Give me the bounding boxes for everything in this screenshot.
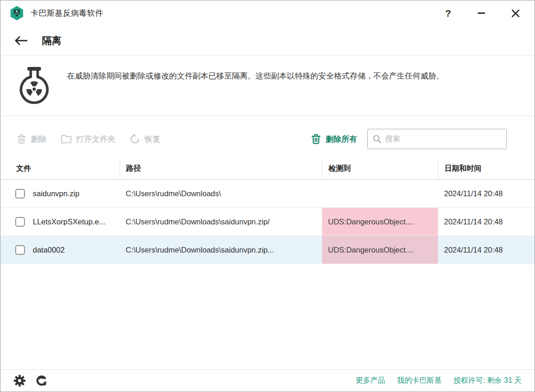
quarantine-description: 在威胁清除期间被删除或修改的文件副本已移至隔离。这些副本以特殊的安全格式存储，不… [67, 66, 444, 83]
kaspersky-logo-icon [10, 6, 24, 21]
close-button[interactable] [506, 4, 525, 23]
gear-icon [13, 374, 26, 387]
close-icon [511, 9, 520, 18]
table-row[interactable]: LLetsXorpSXetup.e... C:\Users\rudme\Down… [0, 208, 535, 236]
table-row[interactable]: data0002 C:\Users\rudme\Downloads\saidun… [0, 236, 535, 264]
toolbar-left-group: 删除 打开文件夹 恢复 [16, 133, 160, 145]
help-button[interactable]: ? [438, 4, 458, 23]
folder-icon [61, 134, 72, 144]
row-checkbox[interactable] [15, 217, 25, 227]
file-name: saidunvpn.zip [33, 189, 79, 198]
back-arrow-icon [13, 35, 28, 47]
restore-button-label: 恢复 [145, 134, 160, 145]
support-button[interactable] [34, 373, 49, 389]
file-name: data0002 [33, 246, 65, 254]
app-window: 卡巴斯基反病毒软件 ? 隔离 [0, 0, 535, 392]
page-title: 隔离 [42, 34, 61, 47]
column-header-file[interactable]: 文件 [0, 158, 120, 179]
nav-row: 隔离 [0, 26, 535, 55]
restore-icon [129, 133, 140, 145]
detection-cell: UDS:DangerousObject.... [322, 208, 438, 235]
toolbar: 删除 打开文件夹 恢复 [0, 116, 535, 158]
detection-datetime: 2024/11/14 20:48 [438, 208, 535, 235]
search-icon [372, 134, 382, 144]
table-row[interactable]: saidunvpn.zip C:\Users\rudme\Downloads\ … [0, 180, 535, 208]
settings-button[interactable] [12, 373, 27, 389]
headset-support-icon [35, 374, 48, 387]
detection-datetime: 2024/11/14 20:48 [438, 236, 535, 264]
title-bar: 卡巴斯基反病毒软件 ? [0, 0, 535, 26]
file-path: C:\Users\rudme\Downloads\saidunvpn.zip/ [120, 208, 322, 235]
footer-bar: 更多产品 我的卡巴斯基 授权许可: 剩余 31 天 [0, 369, 535, 392]
back-button[interactable] [12, 33, 30, 48]
table-header: 文件 路径 检测到 日期和时间 [0, 158, 535, 180]
license-link[interactable]: 授权许可: 剩余 31 天 [453, 376, 522, 386]
row-checkbox[interactable] [15, 189, 25, 199]
detection-cell: UDS:DangerousObject.... [322, 236, 438, 264]
open-folder-button-label: 打开文件夹 [76, 134, 116, 145]
delete-all-button[interactable]: 删除所有 [310, 133, 357, 145]
restore-button[interactable]: 恢复 [129, 133, 160, 145]
trash-icon [16, 133, 27, 145]
my-kaspersky-link[interactable]: 我的卡巴斯基 [397, 376, 441, 386]
detection-cell [322, 180, 438, 207]
file-path: C:\Users\rudme\Downloads\ [120, 180, 322, 207]
trash-icon [310, 133, 322, 145]
column-header-detected[interactable]: 检测到 [322, 158, 438, 179]
delete-button[interactable]: 删除 [16, 133, 47, 145]
row-checkbox[interactable] [15, 245, 25, 255]
info-banner: 在威胁清除期间被删除或修改的文件副本已移至隔离。这些副本以特殊的安全格式存储，不… [0, 55, 535, 116]
minimize-icon [478, 12, 485, 14]
app-title: 卡巴斯基反病毒软件 [30, 8, 103, 18]
table-empty-area [0, 264, 535, 369]
column-header-path[interactable]: 路径 [120, 158, 322, 179]
open-folder-button[interactable]: 打开文件夹 [61, 134, 116, 145]
quarantine-flask-icon [15, 66, 53, 104]
delete-all-button-label: 删除所有 [326, 134, 357, 145]
search-input[interactable] [367, 129, 507, 149]
minimize-button[interactable] [472, 4, 491, 23]
file-path: C:\Users\rudme\Downloads\saidunvpn.zip..… [120, 236, 322, 264]
delete-button-label: 删除 [31, 134, 47, 145]
detection-datetime: 2024/11/14 20:48 [438, 180, 535, 207]
more-products-link[interactable]: 更多产品 [355, 376, 385, 386]
file-name: LLetsXorpSXetup.e... [33, 217, 105, 226]
column-header-datetime[interactable]: 日期和时间 [438, 158, 535, 179]
search-box [367, 129, 507, 149]
